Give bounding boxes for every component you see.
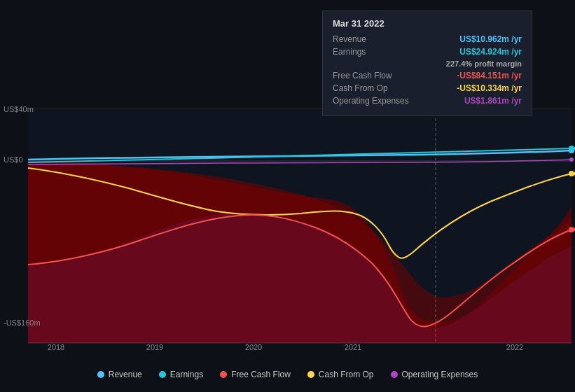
svg-point-8	[569, 158, 574, 162]
legend-dot-earnings	[159, 371, 166, 378]
tooltip-label-cashop: Cash From Op	[333, 83, 388, 93]
tooltip-card: Mar 31 2022 Revenue US$10.962m /yr Earni…	[322, 10, 532, 116]
tooltip-value-cashop: -US$10.334m /yr	[457, 83, 522, 93]
x-label-2022: 2022	[506, 343, 523, 351]
tooltip-label-earnings: Earnings	[333, 47, 366, 57]
tooltip-label-fcf: Free Cash Flow	[333, 71, 392, 80]
legend-label-fcf: Free Cash Flow	[231, 370, 291, 379]
x-label-2021: 2021	[345, 343, 361, 351]
tooltip-row-opex: Operating Expenses US$1.861m /yr	[333, 96, 522, 106]
tooltip-value-revenue: US$10.962m /yr	[459, 34, 522, 44]
legend-label-revenue: Revenue	[109, 370, 142, 379]
tooltip-value-profit-margin: 227.4% profit margin	[446, 59, 522, 68]
tooltip-row-earnings: Earnings US$24.924m /yr	[333, 47, 522, 57]
tooltip-value-earnings: US$24.924m /yr	[459, 47, 522, 57]
y-label-bot: -US$160m	[4, 318, 41, 327]
legend-opex[interactable]: Operating Expenses	[391, 370, 478, 379]
y-label-top: US$40m	[4, 105, 34, 113]
legend-fcf[interactable]: Free Cash Flow	[220, 370, 291, 379]
tooltip-row-fcf: Free Cash Flow -US$84.151m /yr	[333, 71, 522, 80]
legend-label-earnings: Earnings	[170, 370, 203, 379]
legend-dot-opex	[391, 371, 398, 378]
x-label-2018: 2018	[48, 343, 64, 351]
legend-dot-fcf	[220, 371, 227, 378]
legend-dot-cashop	[307, 371, 314, 378]
tooltip-label-revenue: Revenue	[333, 34, 366, 44]
legend-dot-revenue	[97, 371, 104, 378]
tooltip-value-fcf: -US$84.151m /yr	[457, 71, 522, 80]
tooltip-value-opex: US$1.861m /yr	[464, 96, 522, 106]
chart-legend: Revenue Earnings Free Cash Flow Cash Fro…	[0, 364, 575, 385]
legend-label-cashop: Cash From Op	[319, 370, 374, 379]
legend-earnings[interactable]: Earnings	[159, 370, 203, 379]
tooltip-label-opex: Operating Expenses	[333, 96, 409, 106]
tooltip-row-profit-margin: 227.4% profit margin	[333, 59, 522, 68]
tooltip-row-cashop: Cash From Op -US$10.334m /yr	[333, 83, 522, 93]
tooltip-date: Mar 31 2022	[333, 18, 522, 29]
x-label-2019: 2019	[146, 343, 163, 351]
y-label-mid: US$0	[4, 155, 23, 164]
x-label-2020: 2020	[245, 343, 262, 351]
legend-revenue[interactable]: Revenue	[97, 370, 142, 379]
tooltip-row-revenue: Revenue US$10.962m /yr	[333, 34, 522, 44]
legend-label-opex: Operating Expenses	[402, 370, 478, 379]
legend-cashop[interactable]: Cash From Op	[307, 370, 374, 379]
